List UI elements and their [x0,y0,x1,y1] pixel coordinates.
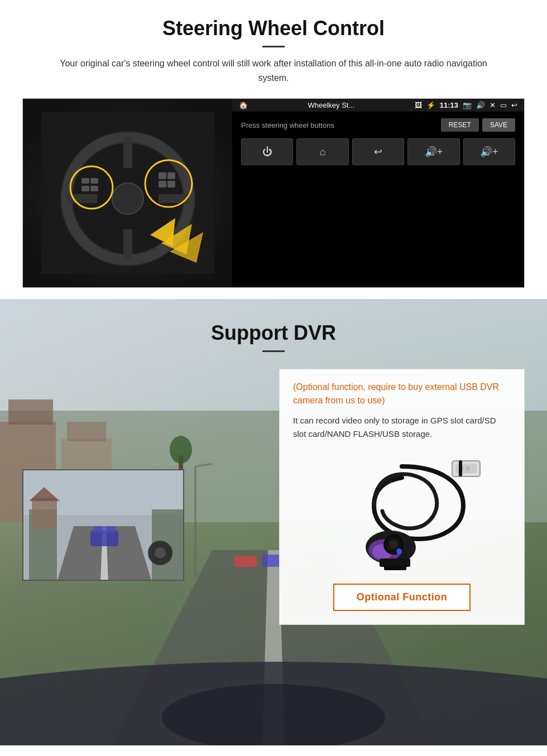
dvr-camera-illustration [293,450,511,572]
steering-subtitle: Your original car's steering wheel contr… [56,56,491,85]
instruction-row: Press steering wheel buttons RESET SAVE [241,118,515,132]
svg-point-7 [112,183,143,214]
svg-rect-13 [90,186,98,191]
steering-demo-area: 🏠 Wheelkey St... 🖼 ⚡ 11:13 📷 🔊 ✕ ▭ ↩ Pre… [22,98,525,288]
steering-photo [23,99,232,287]
action-buttons: RESET SAVE [441,118,515,132]
svg-rect-15 [167,172,175,179]
android-main-content: Press steering wheel buttons RESET SAVE … [232,112,524,287]
dvr-main-area: (Optional function, require to buy exter… [22,369,525,625]
home-button-cell[interactable]: ⌂ [296,138,348,165]
home-icon: 🏠 [239,101,248,109]
steering-wheel-svg [41,112,214,274]
back-button-cell[interactable]: ↩ [352,138,404,165]
steering-photo-inner [23,99,232,287]
back-icon: ↩ [511,101,517,109]
dvr-camera-svg [318,450,486,572]
svg-rect-52 [466,466,470,471]
reset-button[interactable]: RESET [441,118,479,132]
power-button-cell[interactable]: ⏻ [241,138,293,165]
svg-point-48 [155,547,166,558]
window-icon: ▭ [500,101,507,109]
dvr-small-screen [22,469,184,581]
dvr-divider [262,350,285,352]
save-button[interactable]: SAVE [482,118,515,132]
steering-button-grid: ⏻ ⌂ ↩ 🔊+ 🔊+ [241,138,515,165]
svg-rect-12 [81,186,89,191]
dvr-content: Support DVR [0,299,547,647]
steering-section: Steering Wheel Control Your original car… [0,0,547,299]
instruction-text: Press steering wheel buttons [241,121,334,129]
svg-point-58 [389,540,398,549]
close-icon: ✕ [490,101,496,109]
vol-up-button-cell[interactable]: 🔊+ [407,138,459,165]
svg-rect-61 [384,566,406,570]
svg-rect-43 [32,498,57,529]
android-screen: 🏠 Wheelkey St... 🖼 ⚡ 11:13 📷 🔊 ✕ ▭ ↩ Pre… [232,99,524,287]
svg-rect-46 [93,526,116,533]
optional-function-button[interactable]: Optional Function [333,584,471,611]
dvr-section: Support DVR [0,299,547,745]
camera-icon: 📷 [463,101,472,109]
svg-rect-11 [90,178,98,184]
dvr-small-screen-svg [23,470,184,581]
dvr-title: Support DVR [22,321,525,345]
dvr-info-card: (Optional function, require to buy exter… [279,369,525,625]
svg-rect-60 [380,558,410,567]
svg-point-59 [396,548,402,554]
steering-title: Steering Wheel Control [22,17,525,40]
dvr-left-column [22,369,268,581]
steering-divider [262,46,285,47]
svg-rect-16 [159,181,166,187]
svg-rect-14 [159,172,166,179]
usb-icon: ⚡ [426,101,435,109]
status-time: 11:13 [440,101,458,109]
image-icon: 🖼 [415,101,422,109]
svg-rect-17 [167,181,175,187]
app-name-label: Wheelkey St... [252,101,410,109]
volume-icon: 🔊 [476,101,485,109]
android-statusbar: 🏠 Wheelkey St... 🖼 ⚡ 11:13 📷 🔊 ✕ ▭ ↩ [232,99,524,112]
svg-rect-10 [81,178,89,184]
vol-down-button-cell[interactable]: 🔊+ [463,138,515,165]
dvr-description: It can record video only to storage in G… [293,414,511,441]
optional-note-text: (Optional function, require to buy exter… [293,381,511,407]
svg-rect-45 [90,531,118,546]
